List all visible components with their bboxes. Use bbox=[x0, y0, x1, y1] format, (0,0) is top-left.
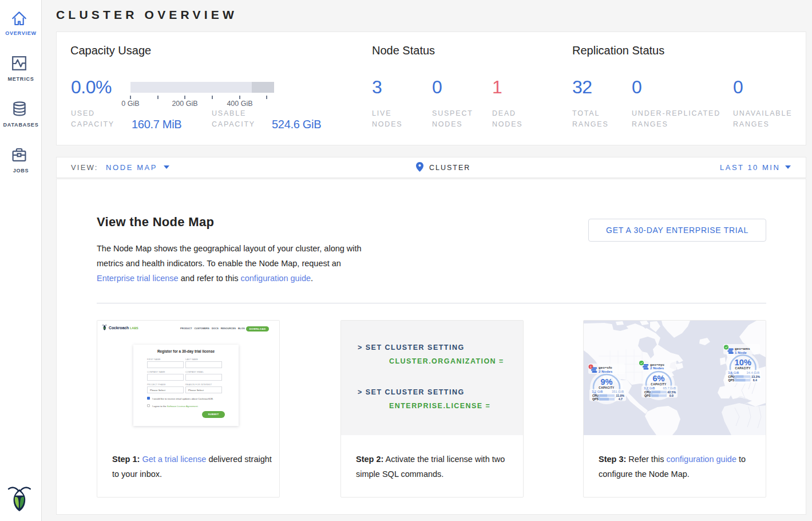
svg-text:42.5%: 42.5% bbox=[667, 390, 676, 394]
svg-text:!: ! bbox=[591, 365, 592, 369]
svg-text:3.2 GiB: 3.2 GiB bbox=[592, 390, 603, 393]
svg-text:65.7 GiB: 65.7 GiB bbox=[663, 386, 676, 390]
svg-text:3.6 GiB: 3.6 GiB bbox=[728, 371, 739, 374]
svg-text:CAPACITY: CAPACITY bbox=[735, 367, 751, 370]
svg-text:CPU: CPU bbox=[728, 375, 735, 378]
svg-text:CPU: CPU bbox=[592, 394, 599, 397]
svg-text:CAPACITY: CAPACITY bbox=[599, 386, 615, 389]
svg-text:351 GiB: 351 GiB bbox=[612, 390, 624, 393]
svg-text:4.7: 4.7 bbox=[619, 397, 623, 401]
svg-text:CAPACITY: CAPACITY bbox=[651, 383, 667, 386]
svg-text:6%: 6% bbox=[653, 374, 665, 383]
svg-text:3.7 GiB: 3.7 GiB bbox=[644, 386, 655, 390]
svg-text:13.3%: 13.3% bbox=[751, 375, 760, 378]
svg-text:QPS: QPS bbox=[728, 378, 735, 382]
svg-text:2 Nodes: 2 Nodes bbox=[599, 369, 613, 373]
svg-text:1 Node: 1 Node bbox=[735, 350, 747, 354]
svg-text:9%: 9% bbox=[601, 377, 613, 386]
svg-text:2 Nodes: 2 Nodes bbox=[650, 366, 664, 370]
svg-text:34.4 GiB: 34.4 GiB bbox=[746, 371, 759, 374]
svg-text:QPS: QPS bbox=[592, 397, 599, 401]
svg-text:11.0%: 11.0% bbox=[616, 394, 625, 397]
svg-text:0.0: 0.0 bbox=[670, 394, 674, 397]
svg-text:6.4: 6.4 bbox=[753, 378, 757, 382]
svg-text:10%: 10% bbox=[735, 358, 751, 367]
svg-text:QPS: QPS bbox=[644, 394, 651, 397]
svg-text:CPU: CPU bbox=[644, 390, 651, 394]
